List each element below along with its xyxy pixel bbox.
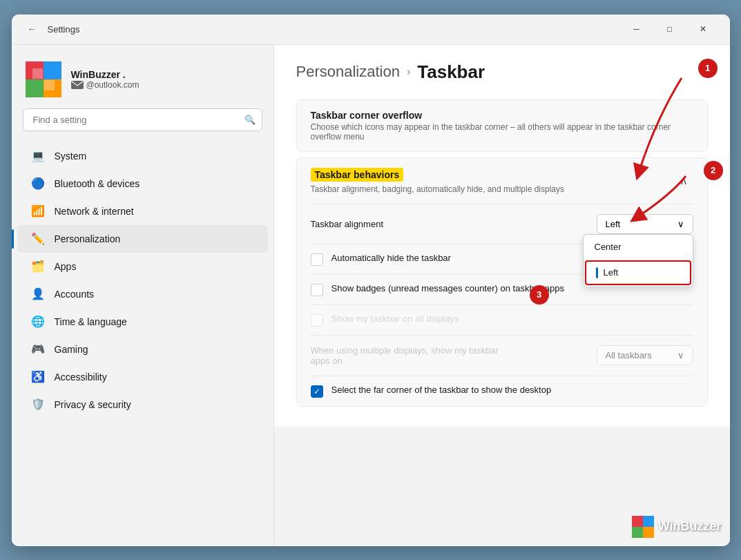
breadcrumb-chevron: › bbox=[407, 66, 410, 78]
svg-rect-11 bbox=[632, 527, 643, 538]
auto-hide-checkbox[interactable] bbox=[311, 253, 323, 266]
svg-rect-10 bbox=[643, 516, 654, 527]
svg-rect-2 bbox=[26, 79, 44, 97]
maximize-button[interactable]: □ bbox=[654, 18, 686, 40]
alignment-label: Taskbar alignment bbox=[311, 219, 384, 229]
search-box: 🔍 bbox=[23, 108, 262, 131]
sidebar-item-apps[interactable]: 🗂️Apps bbox=[17, 253, 268, 280]
search-input[interactable] bbox=[23, 108, 262, 131]
sidebar-item-accounts[interactable]: 👤Accounts bbox=[17, 280, 268, 308]
minimize-button[interactable]: ─ bbox=[621, 18, 653, 40]
gaming-icon: 🎮 bbox=[31, 342, 45, 356]
behaviors-description: Taskbar alignment, badging, automaticall… bbox=[311, 184, 565, 194]
network-icon: 📶 bbox=[31, 204, 45, 218]
sidebar-item-personalization[interactable]: ✏️Personalization bbox=[17, 225, 268, 253]
all-displays-label: Show my taskbar on all displays bbox=[331, 313, 459, 324]
sidebar-item-label-accessibility: Accessibility bbox=[55, 371, 254, 383]
main-wrapper: Personalization › Taskbar Taskbar corner… bbox=[274, 45, 730, 546]
email-icon bbox=[71, 81, 84, 89]
avatar bbox=[26, 61, 61, 97]
nav-list: 💻System🔵Bluetooth & devices📶Network & in… bbox=[12, 142, 273, 418]
all-displays-checkbox[interactable] bbox=[311, 314, 323, 327]
all-taskbars-chevron: ∨ bbox=[677, 350, 684, 360]
svg-rect-4 bbox=[32, 68, 43, 79]
sidebar-item-label-time: Time & language bbox=[55, 316, 254, 327]
apps-icon: 🗂️ bbox=[31, 260, 45, 273]
sidebar-item-privacy[interactable]: 🛡️Privacy & security bbox=[17, 391, 268, 418]
user-section: WinBuzzer . @outlook.com bbox=[12, 56, 273, 108]
user-email: @outlook.com bbox=[71, 80, 139, 90]
sidebar-item-accessibility[interactable]: ♿Accessibility bbox=[17, 363, 268, 391]
close-button[interactable]: ✕ bbox=[687, 18, 719, 40]
breadcrumb-current: Taskbar bbox=[417, 61, 485, 83]
user-name: WinBuzzer . bbox=[71, 69, 139, 80]
system-icon: 💻 bbox=[31, 149, 45, 163]
sidebar-item-label-personalization: Personalization bbox=[55, 233, 254, 244]
alignment-dropdown-btn[interactable]: Left ∨ bbox=[597, 214, 693, 234]
sidebar-item-label-privacy: Privacy & security bbox=[55, 399, 254, 410]
sidebar-item-system[interactable]: 💻System bbox=[17, 142, 268, 170]
winbuzzer-logo-icon bbox=[632, 516, 654, 538]
time-icon: 🌐 bbox=[31, 315, 45, 329]
multiple-displays-label: When using multiple displays, show my ta… bbox=[311, 345, 518, 366]
back-button[interactable]: ← bbox=[23, 19, 42, 39]
all-taskbars-dropdown[interactable]: All taskbars ∨ bbox=[597, 345, 693, 365]
option-center[interactable]: Center bbox=[584, 235, 693, 259]
far-corner-checkbox[interactable]: ✓ bbox=[311, 385, 323, 398]
overflow-section: Taskbar corner overflow Choose which ico… bbox=[296, 99, 708, 152]
window-controls: ─ □ ✕ bbox=[621, 18, 719, 40]
sidebar-item-time[interactable]: 🌐Time & language bbox=[17, 308, 268, 336]
sidebar-item-network[interactable]: 📶Network & internet bbox=[17, 197, 268, 225]
sidebar-item-bluetooth[interactable]: 🔵Bluetooth & devices bbox=[17, 170, 268, 197]
sidebar-item-label-bluetooth: Bluetooth & devices bbox=[55, 178, 254, 189]
option-left-label: Left bbox=[604, 267, 619, 278]
breadcrumb: Personalization › Taskbar bbox=[296, 61, 708, 83]
badges-label: Show badges (unread messages counter) on… bbox=[331, 283, 564, 293]
svg-rect-1 bbox=[44, 61, 61, 79]
sidebar: WinBuzzer . @outlook.com 🔍 💻System🔵Blu bbox=[12, 45, 274, 546]
auto-hide-label: Automatically hide the taskbar bbox=[331, 253, 451, 263]
alignment-dropdown-menu: Center Left bbox=[583, 234, 693, 287]
winbuzzer-text: WinBuzzer bbox=[658, 519, 722, 534]
user-info: WinBuzzer . @outlook.com bbox=[71, 69, 139, 90]
overflow-title: Taskbar corner overflow bbox=[311, 110, 693, 121]
collapse-button[interactable]: ∧ bbox=[674, 171, 693, 191]
personalization-icon: ✏️ bbox=[31, 232, 45, 246]
overflow-description: Choose which icons may appear in the tas… bbox=[311, 122, 693, 142]
alignment-chevron: ∨ bbox=[677, 219, 684, 229]
far-corner-label: Select the far corner of the taskbar to … bbox=[331, 385, 552, 395]
breadcrumb-parent[interactable]: Personalization bbox=[296, 63, 400, 81]
sidebar-item-gaming[interactable]: 🎮Gaming bbox=[17, 336, 268, 363]
behaviors-title: Taskbar behaviors bbox=[311, 168, 404, 182]
sidebar-item-label-gaming: Gaming bbox=[55, 344, 254, 355]
main-content: Personalization › Taskbar Taskbar corner… bbox=[274, 45, 730, 426]
badges-checkbox[interactable] bbox=[311, 284, 323, 296]
svg-rect-12 bbox=[643, 527, 654, 538]
winbuzzer-branding: WinBuzzer bbox=[632, 516, 722, 538]
selected-indicator bbox=[596, 267, 598, 278]
privacy-icon: 🛡️ bbox=[31, 398, 45, 412]
option-left[interactable]: Left bbox=[585, 260, 691, 285]
all-displays-row: Show my taskbar on all displays bbox=[297, 305, 707, 335]
sidebar-item-label-accounts: Accounts bbox=[55, 289, 254, 300]
all-taskbars-value: All taskbars bbox=[606, 350, 652, 360]
accounts-icon: 👤 bbox=[31, 287, 45, 301]
alignment-row: Taskbar alignment Left ∨ Center bbox=[297, 204, 707, 244]
window-title: Settings bbox=[48, 24, 621, 35]
back-icon: ← bbox=[28, 23, 37, 35]
multiple-displays-row: When using multiple displays, show my ta… bbox=[297, 336, 707, 376]
svg-rect-9 bbox=[632, 516, 643, 527]
svg-rect-5 bbox=[44, 80, 55, 90]
accessibility-icon: ♿ bbox=[31, 370, 45, 384]
search-icon: 🔍 bbox=[244, 115, 256, 125]
alignment-dropdown[interactable]: Left ∨ Center Left bbox=[597, 214, 693, 234]
bluetooth-icon: 🔵 bbox=[31, 177, 45, 191]
sidebar-item-label-apps: Apps bbox=[55, 261, 254, 272]
sidebar-item-label-network: Network & internet bbox=[55, 206, 254, 217]
titlebar: ← Settings ─ □ ✕ bbox=[12, 15, 730, 45]
alignment-value: Left bbox=[606, 219, 621, 229]
behaviors-header[interactable]: Taskbar behaviors Taskbar alignment, bad… bbox=[297, 158, 707, 204]
behaviors-section: Taskbar behaviors Taskbar alignment, bad… bbox=[296, 157, 708, 407]
sidebar-item-label-system: System bbox=[55, 151, 254, 162]
far-corner-row: ✓ Select the far corner of the taskbar t… bbox=[297, 376, 707, 406]
